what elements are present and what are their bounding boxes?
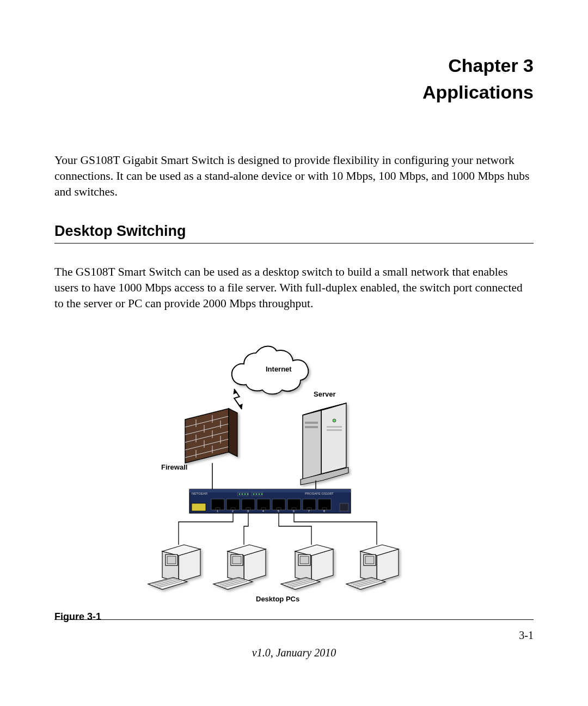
server-label: Server bbox=[314, 390, 335, 398]
firewall-icon bbox=[185, 404, 237, 463]
svg-marker-28 bbox=[229, 409, 237, 457]
svg-point-35 bbox=[333, 419, 336, 422]
firewall-label: Firewall bbox=[161, 463, 187, 471]
chapter-number: Chapter 3 bbox=[54, 54, 534, 77]
page-number: 3-1 bbox=[519, 629, 534, 642]
section-heading: Desktop Switching bbox=[54, 223, 534, 240]
svg-text:8: 8 bbox=[323, 509, 325, 513]
svg-point-51 bbox=[259, 493, 260, 495]
desktop-pc-3 bbox=[281, 545, 333, 589]
intro-paragraph: Your GS108T Gigabit Smart Switch is desi… bbox=[54, 153, 534, 200]
switch-brand: NETGEAR bbox=[192, 492, 208, 495]
chapter-title: Applications bbox=[54, 81, 534, 104]
svg-point-45 bbox=[239, 493, 241, 495]
svg-point-46 bbox=[242, 493, 243, 495]
svg-rect-34 bbox=[305, 426, 318, 428]
figure-caption: Figure 3-1 bbox=[54, 611, 534, 623]
cables-to-pcs bbox=[179, 513, 377, 545]
svg-text:5: 5 bbox=[278, 509, 279, 513]
desktop-pc-4 bbox=[346, 545, 399, 589]
section-body: The GS108T Smart Switch can be used as a… bbox=[54, 264, 534, 312]
footer-rule bbox=[54, 619, 534, 620]
svg-rect-37 bbox=[327, 429, 342, 431]
svg-rect-36 bbox=[327, 426, 342, 428]
svg-marker-31 bbox=[303, 410, 321, 479]
svg-point-47 bbox=[244, 493, 246, 495]
svg-point-48 bbox=[247, 493, 249, 495]
svg-text:6: 6 bbox=[293, 509, 295, 513]
figure-3-1: Internet bbox=[54, 328, 534, 623]
svg-text:3: 3 bbox=[247, 509, 249, 513]
desktop-pc-1 bbox=[148, 545, 200, 589]
internet-label: Internet bbox=[266, 365, 292, 373]
server-icon bbox=[301, 403, 348, 485]
svg-text:4: 4 bbox=[262, 509, 264, 513]
svg-text:2: 2 bbox=[232, 509, 234, 513]
switch-model: PROSAFE GS108T bbox=[305, 492, 334, 495]
svg-rect-53 bbox=[340, 503, 348, 511]
doc-version: v1.0, January 2010 bbox=[0, 647, 588, 659]
svg-point-52 bbox=[261, 493, 263, 495]
svg-marker-30 bbox=[321, 403, 346, 474]
svg-text:7: 7 bbox=[308, 509, 310, 513]
svg-point-50 bbox=[256, 493, 258, 495]
desktop-pc-2 bbox=[213, 545, 266, 589]
svg-text:1: 1 bbox=[217, 509, 218, 513]
svg-rect-42 bbox=[192, 503, 206, 511]
svg-point-49 bbox=[253, 493, 255, 495]
desktop-pcs-label: Desktop PCs bbox=[256, 595, 299, 603]
section-rule bbox=[54, 243, 534, 244]
switch-icon: NETGEAR PROSAFE GS108T bbox=[189, 489, 351, 513]
svg-rect-33 bbox=[305, 422, 318, 424]
